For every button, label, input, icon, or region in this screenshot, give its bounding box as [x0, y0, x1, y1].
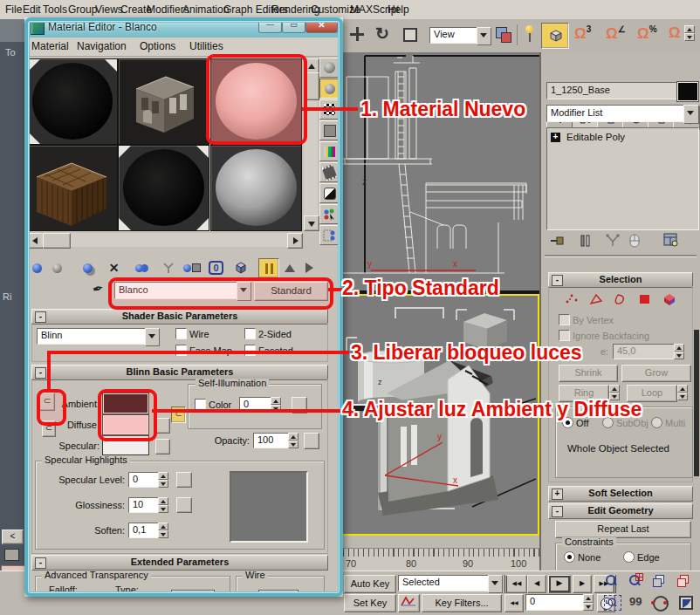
diffuse-map-button[interactable] [155, 418, 170, 434]
menu-help[interactable]: Help [388, 3, 409, 16]
current-frame-field[interactable]: 0 [525, 594, 587, 611]
pin-stack-icon[interactable] [550, 234, 566, 249]
sample-type-icon[interactable] [319, 58, 340, 78]
use-pivot-center-icon[interactable] [495, 26, 512, 44]
glossiness-map-button[interactable] [176, 497, 192, 513]
constraints-none-radio[interactable] [564, 551, 575, 563]
edit-geometry-header[interactable]: - Edit Geometry [548, 503, 693, 519]
sample-slot-5[interactable] [118, 145, 209, 231]
stack-expand-box[interactable]: + [551, 133, 560, 142]
material-map-navigator-icon[interactable] [319, 225, 340, 245]
make-material-copy-icon[interactable] [133, 259, 151, 277]
me-menu-utilities[interactable]: Utilities [189, 40, 223, 52]
maximize-button[interactable]: ▭ [282, 19, 305, 33]
timeline-ruler[interactable]: 70 80 90 100 [343, 548, 544, 571]
spinner-snap-icon[interactable]: Ω [669, 24, 681, 42]
modifier-stack[interactable]: + Editable Poly [546, 127, 699, 230]
zoom-icon[interactable] [604, 574, 618, 588]
stack-item-editable-poly[interactable]: Editable Poly [566, 132, 625, 142]
select-and-manipulate-icon[interactable] [522, 25, 538, 43]
select-and-move-icon[interactable] [349, 26, 365, 42]
make-unique-icon[interactable] [159, 259, 177, 277]
specular-map-button[interactable] [155, 439, 170, 454]
modifier-list-dropdown[interactable]: Modifier List [546, 105, 687, 122]
specular-level-map-button[interactable] [176, 472, 192, 488]
make-unique-icon[interactable] [606, 234, 621, 249]
snaps-toggle-button[interactable] [541, 23, 569, 49]
angle-snap-icon[interactable]: Ω∠ [606, 24, 626, 43]
selection-filter-arrow[interactable] [488, 575, 503, 593]
percent-snap-icon[interactable]: Ω% [637, 24, 657, 43]
material-id-channel-icon[interactable]: 0 [207, 259, 225, 277]
slots-scroll-down[interactable] [304, 215, 319, 231]
key-filters-button[interactable]: Key Filters... [422, 594, 502, 612]
sample-slot-4[interactable] [27, 145, 118, 231]
by-vertex-checkbox[interactable] [559, 314, 570, 325]
border-subobject-icon[interactable] [613, 291, 628, 306]
viewport-front[interactable]: z y x [343, 52, 539, 290]
selection-filter-dropdown[interactable]: Selected [398, 575, 491, 591]
show-end-result-icon[interactable] [258, 258, 279, 278]
soften-spinner[interactable] [158, 523, 168, 538]
modifier-list-arrow[interactable] [683, 105, 699, 124]
select-and-rotate-icon[interactable]: ↻ [375, 24, 389, 44]
preview-multi-radio[interactable] [651, 417, 662, 428]
glossiness-spinner[interactable] [158, 497, 168, 513]
show-end-result-stack-icon[interactable] [580, 234, 592, 249]
material-editor-titlebar[interactable]: Material Editor - Blanco — ▭ ✕ [24, 17, 343, 38]
extended-rollout-header[interactable]: - Extended Parameters [31, 555, 328, 571]
sample-uv-tiling-icon[interactable] [319, 120, 340, 140]
menu-group[interactable]: Group [68, 3, 97, 16]
zoom-all-icon[interactable] [628, 574, 642, 588]
me-menu-material[interactable]: Material [31, 40, 69, 52]
specular-level-spinner[interactable] [158, 472, 168, 488]
vertex-subobject-icon[interactable] [564, 291, 580, 306]
minimize-button[interactable]: — [258, 19, 282, 33]
listener-scroll-button[interactable]: < [2, 530, 24, 544]
arc-rotate-icon[interactable] [653, 596, 669, 612]
slots-scroll-right[interactable] [287, 233, 303, 249]
shrink-button[interactable]: Shrink [559, 365, 618, 382]
prev-frame-button[interactable]: ◀ [527, 575, 546, 593]
pick-material-eyedropper-icon[interactable]: ✒ [91, 280, 106, 298]
shader-type-dropdown[interactable]: Blinn [37, 328, 148, 345]
zoom-region-icon[interactable] [604, 595, 621, 611]
sample-slot-2[interactable] [118, 58, 209, 145]
constraints-edge-radio[interactable] [623, 551, 635, 563]
opacity-value-field[interactable]: 100 [253, 433, 292, 448]
close-button[interactable]: ✕ [305, 19, 338, 33]
wire-size-swatch[interactable] [258, 590, 299, 597]
me-menu-navigation[interactable]: Navigation [77, 40, 127, 52]
two-sided-checkbox[interactable] [244, 328, 256, 339]
listener-grid-icon[interactable] [4, 549, 19, 561]
select-by-material-icon[interactable] [319, 204, 340, 224]
snap-3d-icon[interactable]: Ω3 [574, 24, 591, 43]
play-button[interactable]: ▶ [548, 575, 571, 593]
soften-field[interactable]: 0,1 [128, 523, 161, 538]
options-icon[interactable] [319, 183, 340, 203]
video-color-check-icon[interactable] [319, 141, 340, 161]
repeat-last-button[interactable]: Repeat Last [555, 521, 691, 538]
opacity-map-button[interactable] [304, 433, 319, 449]
menu-animation[interactable]: Animation [182, 3, 229, 16]
reset-map-icon[interactable]: ✕ [105, 259, 123, 277]
edge-subobject-icon[interactable] [588, 291, 604, 306]
backlight-icon[interactable] [319, 79, 340, 99]
configure-modifier-sets-icon[interactable] [663, 232, 679, 249]
set-key-button[interactable]: Set Key [344, 594, 396, 612]
angle-spinner[interactable] [674, 344, 684, 359]
transparency-swatch[interactable] [171, 590, 215, 597]
soft-selection-header[interactable]: + Soft Selection [548, 486, 693, 502]
sample-slot-1[interactable] [27, 58, 118, 145]
key-mode-button[interactable]: ◀◀ [504, 594, 524, 612]
zoom-extents-icon[interactable] [653, 575, 665, 586]
sample-slot-6[interactable] [210, 145, 302, 231]
reference-coordsys-dropdown[interactable]: View [429, 27, 480, 44]
make-preview-icon[interactable] [319, 162, 340, 182]
auto-key-button[interactable]: Auto Key [344, 575, 396, 593]
shader-type-arrow[interactable] [145, 328, 160, 346]
panel-scrollbar[interactable] [694, 330, 699, 476]
menu-file[interactable]: File [5, 3, 22, 16]
remove-modifier-icon[interactable] [628, 234, 641, 249]
polygon-subobject-icon[interactable] [637, 291, 653, 306]
